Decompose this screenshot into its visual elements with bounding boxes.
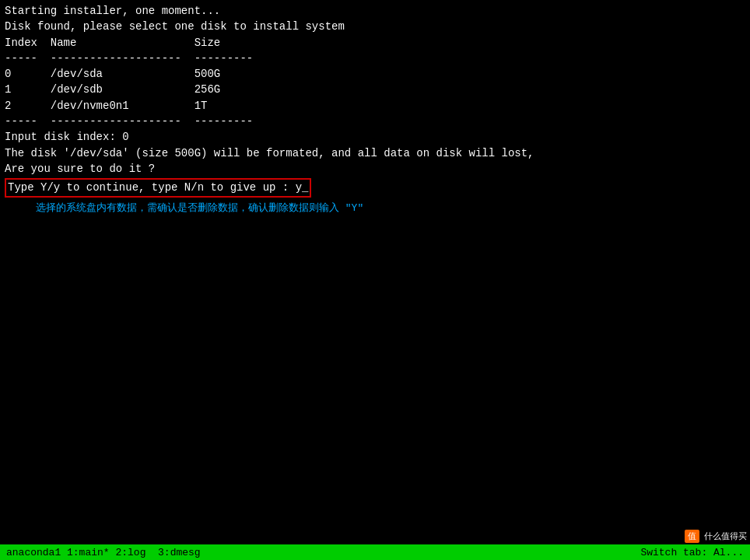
watermark-text: 什么值得买 (701, 530, 750, 543)
terminal-window: Starting installer, one moment... Disk f… (0, 0, 750, 544)
line-starting: Starting installer, one moment... (5, 3, 745, 19)
line-confirm: Are you sure to do it ? (5, 161, 745, 177)
statusbar-right: Switch tab: Al... (640, 547, 744, 558)
line-sep2: ----- -------------------- --------- (5, 114, 745, 129)
line-disk-found: Disk found, please select one disk to in… (5, 19, 745, 34)
highlighted-prompt[interactable]: Type Y/y to continue, type N/n to give u… (5, 178, 311, 197)
line-disk0: 0 /dev/sda 500G (5, 66, 745, 82)
statusbar-left: anaconda1 1:main* 2:log 3:dmesg (6, 547, 201, 558)
line-warning: The disk '/dev/sda' (size 500G) will be … (5, 145, 745, 161)
line-sep1: ----- -------------------- --------- (5, 51, 745, 66)
watermark-badge: 值 (685, 530, 699, 543)
watermark: 值 什么值得买 (685, 530, 750, 543)
line-header: Index Name Size (5, 35, 745, 51)
line-input-index: Input disk index: 0 (5, 129, 745, 145)
line-disk1: 1 /dev/sdb 256G (5, 82, 745, 97)
line-disk2: 2 /dev/nvme0n1 1T (5, 98, 745, 114)
statusbar: anaconda1 1:main* 2:log 3:dmesg Switch t… (0, 544, 750, 560)
annotation-chinese: 选择的系统盘内有数据，需确认是否删除数据，确认删除数据则输入 "Y" (5, 201, 745, 216)
highlighted-prompt-container: Type Y/y to continue, type N/n to give u… (5, 178, 745, 197)
